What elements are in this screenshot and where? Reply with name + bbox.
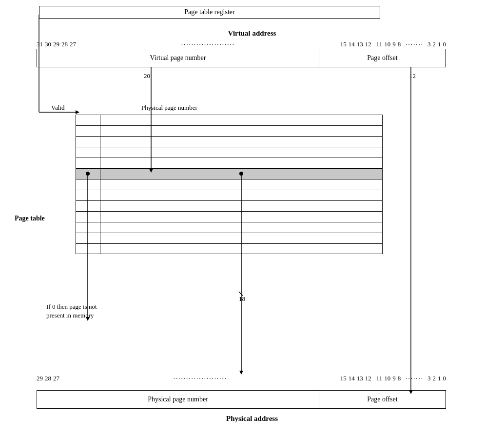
- physical-address-boxes: Physical page number Page offset: [37, 390, 446, 409]
- page-offset-top-box: Page offset: [319, 49, 446, 67]
- ppn-cell: [100, 190, 382, 200]
- physical-address-label: Physical address: [0, 415, 504, 423]
- vpn-bits-label: 20: [144, 72, 150, 80]
- ppn-cell: [100, 147, 382, 158]
- ppn-cell: [100, 222, 382, 233]
- table-row: [76, 179, 383, 190]
- if-zero-label: If 0 then page is notpresent in memory: [46, 302, 97, 320]
- physical-bit-numbers: 29 28 27 ····················· 15 14 13 …: [37, 375, 446, 382]
- offset-bits-label: 12: [409, 72, 416, 80]
- ppn-cell: [100, 137, 382, 147]
- table-row: [76, 243, 383, 254]
- valid-cell: [76, 222, 100, 233]
- valid-cell: [76, 126, 100, 136]
- physical-page-number-box: Physical page number: [37, 390, 319, 409]
- svg-marker-2: [76, 110, 79, 114]
- svg-marker-13: [239, 371, 243, 375]
- page-table-register-label: Page table register: [184, 8, 234, 16]
- ppn-cell: [100, 244, 382, 254]
- table-row: [76, 200, 383, 211]
- valid-cell: [76, 244, 100, 254]
- ppn-bits-label: 18: [239, 295, 245, 303]
- page-table: [76, 115, 383, 254]
- table-row: [76, 211, 383, 222]
- ppn-cell: [100, 169, 382, 179]
- valid-cell: [76, 212, 100, 222]
- valid-cell: [76, 115, 100, 125]
- table-row: [76, 125, 383, 136]
- table-row: [76, 222, 383, 233]
- valid-cell: [76, 158, 100, 168]
- valid-cell: [76, 169, 100, 179]
- ppn-cell: [100, 212, 382, 222]
- ppn-cell: [100, 115, 382, 125]
- page-offset-bottom-box: Page offset: [319, 390, 446, 409]
- valid-cell: [76, 201, 100, 211]
- ppn-cell: [100, 158, 382, 168]
- table-row: [76, 190, 383, 200]
- diagram: Page table register Virtual address 31 3…: [0, 0, 504, 437]
- valid-cell: [76, 137, 100, 147]
- valid-label: Valid: [51, 104, 64, 112]
- virtual-address-label: Virtual address: [0, 29, 504, 38]
- ppn-cell: [100, 126, 382, 136]
- virtual-bit-numbers: 31 30 29 28 27 ····················· 15 …: [37, 40, 446, 48]
- virtual-address-boxes: Virtual page number Page offset: [37, 49, 446, 67]
- table-row: [76, 115, 383, 125]
- valid-cell: [76, 179, 100, 190]
- ppn-cell: [100, 233, 382, 243]
- page-table-register-box: Page table register: [39, 6, 380, 19]
- table-row: [76, 136, 383, 147]
- ppn-cell: [100, 179, 382, 190]
- virtual-page-number-box: Virtual page number: [37, 49, 319, 67]
- table-row: [76, 158, 383, 168]
- table-row: [76, 233, 383, 243]
- table-row: [76, 147, 383, 158]
- ppn-header-label: Physical page number: [141, 104, 197, 112]
- valid-cell: [76, 190, 100, 200]
- valid-cell: [76, 233, 100, 243]
- table-row-highlighted: [76, 168, 383, 179]
- page-table-label: Page table: [15, 215, 45, 222]
- ppn-cell: [100, 201, 382, 211]
- valid-cell: [76, 147, 100, 158]
